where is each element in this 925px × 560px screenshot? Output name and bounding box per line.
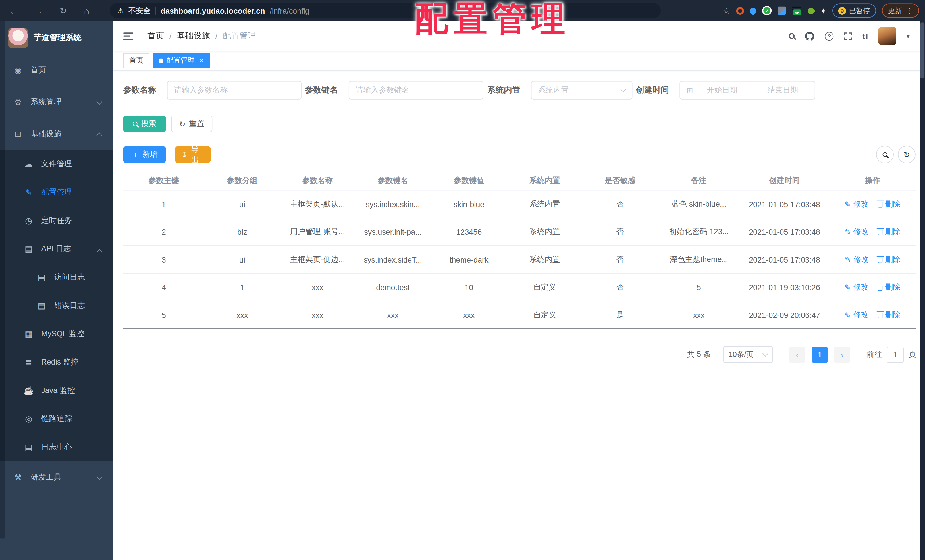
sidebar-item-access-log[interactable]: ▤ 访问日志 [0, 263, 113, 292]
edit-link[interactable]: ✎修改 [845, 199, 869, 209]
cell-actions: ✎修改 删除 [829, 310, 916, 320]
goto-page-input[interactable]: 1 [887, 347, 904, 363]
extension-icon-leaf[interactable] [806, 6, 815, 15]
annotation-title: 配置管理 [414, 0, 570, 37]
delete-link[interactable]: 删除 [878, 310, 901, 320]
extension-icon-pin[interactable] [749, 6, 758, 15]
cell: 否 [582, 282, 658, 292]
delete-link[interactable]: 删除 [878, 226, 901, 237]
security-label[interactable]: 不安全 [128, 6, 151, 16]
sidebar-item-scheduled-jobs[interactable]: ◷ 定时任务 [0, 206, 113, 235]
sidebar-item-home[interactable]: ◉ 首页 [0, 54, 113, 86]
coffee-icon: ☕ [24, 386, 33, 395]
breadcrumb-separator: / [215, 31, 217, 41]
param-name-label: 参数名称 [124, 85, 160, 95]
browser-back-button[interactable]: ← [5, 0, 23, 21]
sidebar-item-dev-tools[interactable]: ⚒ 研发工具 [0, 461, 113, 493]
screenshot-root: ← → ↻ ⌂ ⚠ 不安全 dashboard.yudao.iocoder.cn… [0, 0, 925, 560]
date-range-picker[interactable]: ⊞ 开始日期 - 结束日期 [679, 81, 815, 99]
document-icon: ▤ [37, 272, 47, 282]
plus-icon: ＋ [131, 151, 139, 158]
create-button[interactable]: ＋ 新增 [124, 146, 166, 163]
extension-icon-on-badge[interactable]: on [792, 6, 801, 15]
sidebar-item-system[interactable]: ⚙ 系统管理 [0, 86, 113, 118]
bookmark-star-icon[interactable]: ☆ [723, 6, 730, 15]
url-path: /infra/config [270, 6, 309, 15]
extension-icon-green-check[interactable]: ✓ [762, 6, 771, 15]
prev-page-button[interactable]: ‹ [789, 347, 805, 363]
gear-icon: ⚙ [13, 98, 23, 107]
cell: 1 [124, 200, 204, 209]
edit-link[interactable]: ✎修改 [845, 282, 869, 292]
chevron-up-icon [96, 249, 102, 255]
close-icon[interactable]: × [199, 56, 204, 65]
sidebar-toggle-icon[interactable] [124, 32, 133, 40]
param-name-input[interactable]: 请输入参数名称 [167, 81, 301, 99]
font-size-icon[interactable]: tT [862, 32, 868, 40]
sidebar-item-file-manage[interactable]: ☁ 文件管理 [0, 150, 113, 178]
reset-button[interactable]: ↻ 重置 [171, 116, 212, 132]
paused-extension-badge[interactable]: ☺ 已暂停 [832, 3, 876, 18]
system-builtin-select[interactable]: 系统内置 [531, 81, 632, 99]
sidebar-item-infra[interactable]: ⊡ 基础设施 [0, 118, 113, 150]
sidebar-item-redis-monitor[interactable]: ≣ Redis 监控 [0, 348, 113, 376]
next-page-button[interactable]: › [834, 347, 850, 363]
app-title: 芋道管理系统 [33, 32, 81, 43]
tab-label: 首页 [129, 56, 143, 65]
browser-reload-button[interactable]: ↻ [54, 0, 72, 21]
url-host: dashboard.yudao.iocoder.cn [161, 6, 265, 15]
cell: sys.index.skin... [355, 200, 431, 209]
column-header: 参数主键 [124, 175, 204, 186]
export-button[interactable]: ↧ 导出 [175, 146, 211, 163]
sidebar-item-log-center[interactable]: ▤ 日志中心 [0, 433, 113, 461]
overflow-menu-icon[interactable]: ⋮ [906, 6, 913, 15]
extension-icon-ring[interactable] [736, 7, 744, 15]
edit-link[interactable]: ✎修改 [845, 310, 869, 320]
edit-link[interactable]: ✎修改 [845, 254, 869, 265]
address-bar[interactable]: ⚠ 不安全 dashboard.yudao.iocoder.cn/infra/c… [110, 3, 661, 18]
cell-actions: ✎修改 删除 [829, 282, 916, 292]
refresh-table-button[interactable]: ↻ [898, 146, 916, 163]
browser-forward-button[interactable]: → [30, 0, 47, 21]
delete-link[interactable]: 删除 [878, 199, 901, 209]
sidebar-item-api-log[interactable]: ▤ API 日志 [0, 235, 113, 263]
scrollbar-thumb[interactable] [920, 23, 924, 78]
delete-link[interactable]: 删除 [878, 282, 901, 292]
cell: biz [204, 227, 280, 236]
cell: 2021-02-09 20:06:47 [740, 310, 829, 319]
cell: 1 [204, 283, 280, 292]
sidebar-item-config-manage[interactable]: ✎ 配置管理 [0, 178, 113, 206]
page-size-select[interactable]: 10条/页 [723, 346, 773, 363]
cell: theme-dark [431, 255, 507, 264]
edit-icon: ✎ [845, 200, 851, 209]
caret-down-icon[interactable]: ▾ [907, 32, 910, 40]
browser-home-button[interactable]: ⌂ [78, 0, 95, 21]
breadcrumb-home[interactable]: 首页 [148, 31, 164, 41]
param-key-input[interactable]: 请输入参数键名 [349, 81, 483, 99]
browser-update-button[interactable]: 更新 ⋮ [882, 3, 919, 18]
toggle-search-button[interactable] [876, 146, 894, 163]
edit-link[interactable]: ✎修改 [845, 226, 869, 237]
sidebar-item-error-log[interactable]: ▤ 错误日志 [0, 291, 113, 320]
delete-link[interactable]: 删除 [878, 254, 901, 265]
fullscreen-icon[interactable] [844, 32, 853, 40]
goto-label: 前往 [866, 349, 882, 360]
extension-icon-puzzle[interactable]: ✦ [820, 6, 827, 15]
sidebar-item-java-monitor[interactable]: ☕ Java 监控 [0, 376, 113, 405]
scrollbar[interactable] [920, 21, 925, 560]
sidebar-item-mysql-monitor[interactable]: ▦ MySQL 监控 [0, 320, 113, 348]
tab-home[interactable]: 首页 [124, 53, 149, 68]
help-icon[interactable]: ? [825, 32, 833, 40]
github-icon[interactable] [805, 31, 815, 41]
avatar[interactable] [879, 27, 896, 45]
sidebar-item-tracing[interactable]: ◎ 链路追踪 [0, 405, 113, 433]
search-icon[interactable] [789, 33, 795, 39]
button-label: 重置 [189, 119, 204, 129]
search-button[interactable]: 搜索 [124, 116, 166, 132]
cell-actions: ✎修改 删除 [829, 226, 916, 237]
breadcrumb-infra[interactable]: 基础设施 [177, 31, 210, 41]
extension-icon-split[interactable] [777, 6, 786, 15]
tab-config-manage[interactable]: 配置管理 × [153, 53, 210, 68]
current-page[interactable]: 1 [812, 347, 827, 363]
placeholder: 请输入参数名称 [174, 85, 227, 95]
